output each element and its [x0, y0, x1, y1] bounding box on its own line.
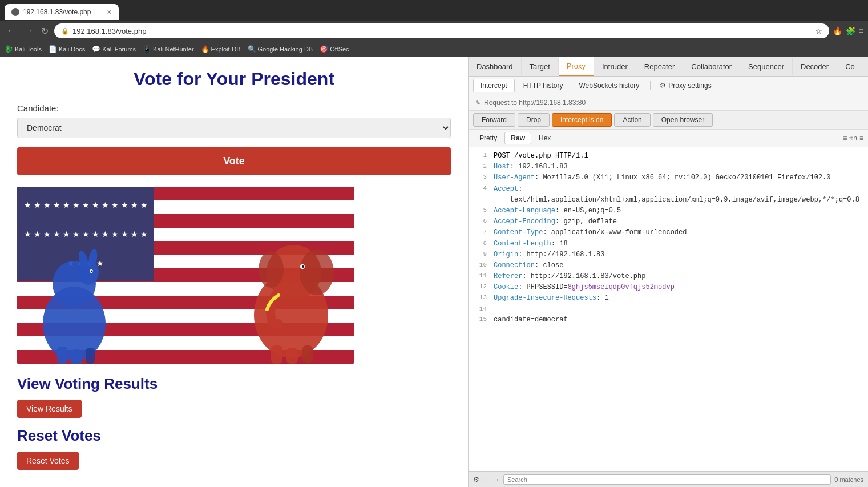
- vote-button[interactable]: Vote: [17, 147, 451, 175]
- main-layout: Vote for Your President Candidate: Democ…: [0, 57, 868, 487]
- tab-raw[interactable]: Raw: [504, 132, 531, 144]
- svg-point-18: [302, 265, 304, 268]
- svg-point-9: [91, 271, 93, 272]
- tab-target[interactable]: Target: [522, 58, 559, 75]
- tab-proxy[interactable]: Proxy: [559, 57, 594, 76]
- star-icon: ★: [140, 200, 148, 210]
- bookmark-nethunter[interactable]: 📱 Kali NetHunter: [143, 45, 194, 53]
- bookmark-kali-docs[interactable]: 📄 Kali Docs: [49, 45, 85, 53]
- burp-sub-tabs: Intercept HTTP history WebSockets histor…: [469, 77, 868, 95]
- line-number: 13: [473, 293, 487, 304]
- page-title: Vote for Your President: [17, 69, 451, 90]
- tab-pretty[interactable]: Pretty: [473, 132, 503, 144]
- star-icon: ★: [63, 200, 70, 210]
- reset-votes-button[interactable]: Reset Votes: [17, 452, 79, 470]
- star-icon: ★: [72, 200, 80, 210]
- bookmark-offsec[interactable]: 🎯 OffSec: [320, 45, 349, 53]
- bookmark-label: Exploit-DB: [211, 46, 241, 53]
- http-line-2: 2 Host: 192.168.1.83: [469, 162, 868, 172]
- bookmarks-bar: 🐉 Kali Tools 📄 Kali Docs 💬 Kali Forums 📱…: [0, 41, 868, 57]
- edit-icon: ✎: [475, 99, 481, 107]
- subtab-http-history[interactable]: HTTP history: [516, 79, 571, 92]
- line-content: Content-Length: 18: [494, 239, 863, 249]
- menu-icon[interactable]: ≡: [859, 26, 863, 35]
- svg-rect-4: [71, 349, 82, 364]
- tab-repeater[interactable]: Repeater: [636, 58, 683, 75]
- line-content: Origin: http://192.168.1.83: [494, 249, 863, 260]
- star-icon: ★: [121, 200, 128, 210]
- tab-favicon: [11, 8, 19, 16]
- bookmark-star-icon[interactable]: ☆: [815, 27, 822, 35]
- line-number: 14: [473, 304, 487, 315]
- tab-title: 192.168.1.83/vote.php: [23, 8, 91, 16]
- tab-sequencer[interactable]: Sequencer: [740, 58, 793, 75]
- forward-button[interactable]: →: [22, 25, 35, 37]
- http-line-8: 8 Content-Length: 18: [469, 239, 868, 249]
- line-content: User-Agent: Mozilla/5.0 (X11; Linux x86_…: [494, 172, 863, 183]
- tab-collaborator[interactable]: Collaborator: [683, 58, 740, 75]
- ln-label: ⌗n: [849, 134, 857, 142]
- intercept-is-on-button[interactable]: Intercept is on: [552, 113, 612, 127]
- svg-rect-14: [271, 345, 282, 364]
- line-number: 3: [473, 172, 487, 183]
- more-icon[interactable]: ≡: [859, 134, 863, 142]
- line-number: 12: [473, 282, 487, 293]
- tab-hex[interactable]: Hex: [532, 132, 557, 144]
- search-settings-button[interactable]: ⚙: [473, 476, 479, 484]
- offsec-icon: 🎯: [320, 45, 328, 53]
- drop-button[interactable]: Drop: [518, 113, 550, 127]
- view-icons: ≡ ⌗n ≡: [843, 134, 863, 142]
- star-icon: ★: [131, 200, 138, 210]
- tab-intruder[interactable]: Intruder: [594, 58, 636, 75]
- star-icon: ★: [34, 200, 41, 210]
- http-line-14: 14: [469, 304, 868, 315]
- request-view-tabs: Pretty Raw Hex ≡ ⌗n ≡: [469, 130, 868, 147]
- view-results-button[interactable]: View Results: [17, 400, 82, 418]
- tab-learn[interactable]: Learn: [863, 58, 868, 75]
- bookmark-label: OffSec: [330, 46, 349, 53]
- line-content: Upgrade-Insecure-Requests: 1: [494, 293, 863, 304]
- line-content: text/html,application/xhtml+xml,applicat…: [494, 195, 863, 206]
- bookmark-ghdb[interactable]: 🔍 Google Hacking DB: [248, 45, 313, 53]
- candidate-label: Candidate:: [17, 103, 451, 113]
- bookmark-label: Kali Tools: [15, 46, 42, 53]
- search-next-button[interactable]: →: [493, 476, 500, 484]
- http-content: 1 POST /vote.php HTTP/1.1 2 Host: 192.16…: [469, 147, 868, 471]
- http-line-7: 7 Content-Type: application/x-www-form-u…: [469, 227, 868, 238]
- line-content: Connection: close: [494, 260, 863, 271]
- tab-co[interactable]: Co: [837, 58, 863, 75]
- browser-tab[interactable]: 192.168.1.83/vote.php ✕: [5, 4, 119, 20]
- tab-dashboard[interactable]: Dashboard: [469, 58, 522, 75]
- search-input[interactable]: [503, 474, 831, 485]
- bookmark-kali-forums[interactable]: 💬 Kali Forums: [92, 45, 136, 53]
- donkey-mascot: [29, 227, 131, 364]
- kali-forums-icon: 💬: [92, 45, 100, 53]
- address-bar[interactable]: 🔒 192.168.1.83/vote.php ☆: [54, 23, 829, 38]
- open-browser-button[interactable]: Open browser: [653, 113, 713, 127]
- back-button[interactable]: ←: [5, 25, 18, 37]
- flag-image: ★ ★ ★ ★ ★ ★ ★ ★ ★ ★ ★ ★ ★ ★ ★ ★ ★ ★ ★ ★: [17, 187, 354, 364]
- line-content: Content-Type: application/x-www-form-url…: [494, 227, 863, 238]
- view-voting-results-title: View Voting Results: [17, 375, 451, 393]
- search-prev-button[interactable]: ←: [483, 476, 490, 484]
- line-number: [473, 195, 487, 206]
- action-button[interactable]: Action: [614, 113, 650, 127]
- bookmark-exploitdb[interactable]: 🔥 Exploit-DB: [201, 45, 241, 53]
- line-content: Host: 192.168.1.83: [494, 162, 863, 172]
- tab-close-icon[interactable]: ✕: [107, 9, 112, 16]
- subtab-intercept[interactable]: Intercept: [473, 79, 515, 92]
- http-line-3: 3 User-Agent: Mozilla/5.0 (X11; Linux x8…: [469, 172, 868, 183]
- request-url-label: Request to http://192.168.1.83:80: [484, 99, 586, 107]
- star-icon: ★: [92, 200, 99, 210]
- tab-decoder[interactable]: Decoder: [793, 58, 837, 75]
- word-wrap-icon[interactable]: ≡: [843, 134, 847, 142]
- tab-bar: 192.168.1.83/vote.php ✕: [0, 0, 868, 21]
- forward-button[interactable]: Forward: [473, 113, 515, 127]
- subtab-websockets-history[interactable]: WebSockets history: [572, 79, 647, 92]
- refresh-button[interactable]: ↻: [39, 25, 51, 38]
- bookmark-kali-tools[interactable]: 🐉 Kali Tools: [5, 45, 42, 53]
- candidate-select[interactable]: Democrat Republican: [17, 118, 451, 138]
- http-line-15: 15 candidate=democrat: [469, 315, 868, 325]
- proxy-settings-button[interactable]: ⚙ Proxy settings: [654, 79, 717, 92]
- lock-icon: 🔒: [61, 27, 69, 35]
